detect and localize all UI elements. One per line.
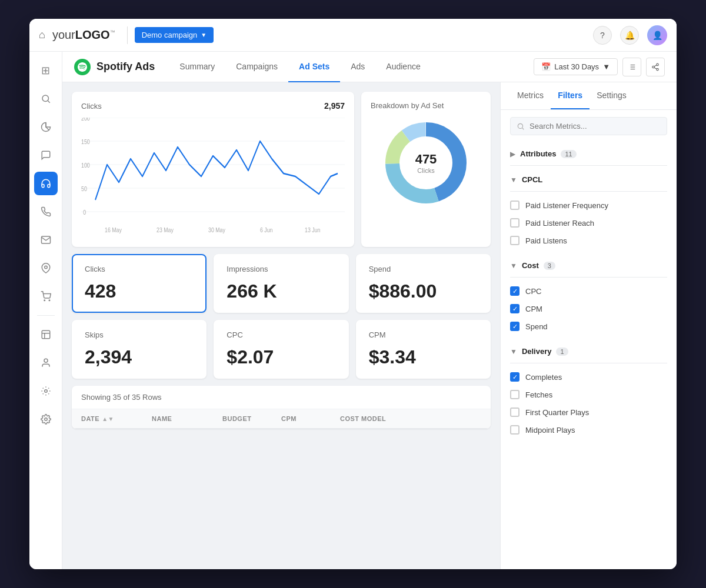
section-title-cpcl: CPCL — [522, 175, 542, 184]
columns-button[interactable] — [622, 58, 641, 76]
panel-tab-metrics[interactable]: Metrics — [510, 82, 551, 109]
sidebar-item-search[interactable] — [34, 87, 58, 111]
checkbox-first-quarter-plays[interactable]: First Quarter Plays — [510, 403, 667, 421]
col-header-costmodel[interactable]: COST MODEL — [340, 415, 481, 422]
content-area: Spotify Ads Summary Campaigns Ad Sets Ad… — [62, 52, 677, 569]
checkbox-input-first-quarter-plays[interactable] — [510, 407, 519, 417]
date-dropdown-icon: ▼ — [602, 62, 610, 71]
sidebar-item-phone[interactable] — [34, 200, 58, 223]
checkbox-spend[interactable]: Spend — [510, 318, 667, 335]
tab-adsets[interactable]: Ad Sets — [288, 52, 340, 82]
sidebar-item-headphones[interactable] — [34, 172, 58, 195]
chevron-down-icon-cpcl: ▼ — [510, 176, 517, 184]
svg-text:150: 150 — [81, 138, 90, 145]
svg-point-10 — [44, 418, 47, 421]
metric-card-spend[interactable]: Spend $886.00 — [356, 254, 491, 313]
checkbox-paid-listener-reach[interactable]: Paid Listener Reach — [510, 214, 667, 232]
sidebar-item-integrations[interactable] — [34, 379, 58, 403]
sidebar-item-reports[interactable] — [34, 323, 58, 346]
section-cpcl[interactable]: ▼ CPCL — [510, 171, 667, 189]
metrics-row-1: Clicks 428 Impressions 266 K Spend $886.… — [72, 254, 491, 313]
metric-card-cpm[interactable]: CPM $3.34 — [356, 320, 491, 379]
metric-label-cpm: CPM — [369, 330, 478, 339]
sidebar-item-analytics[interactable] — [34, 115, 58, 139]
checkbox-label-cpm: CPM — [525, 305, 542, 313]
notifications-button[interactable]: 🔔 — [620, 26, 639, 45]
sidebar-item-users[interactable] — [34, 351, 58, 375]
checkbox-input-completes[interactable] — [510, 372, 519, 382]
help-button[interactable]: ? — [593, 26, 612, 45]
metrics-search-input[interactable] — [530, 122, 661, 131]
nav-actions: 📅 Last 30 Days ▼ — [534, 58, 665, 76]
sidebar-item-email[interactable] — [34, 228, 58, 252]
share-button[interactable] — [646, 58, 665, 76]
col-header-cpm[interactable]: CPM — [281, 415, 340, 422]
section-delivery-left: ▼ Delivery 1 — [510, 347, 568, 356]
section-attributes[interactable]: ▶ Attributes 11 — [510, 145, 667, 163]
sidebar-item-messages[interactable] — [34, 143, 58, 167]
section-title-cost: Cost — [522, 261, 539, 270]
checkbox-cpm[interactable]: CPM — [510, 300, 667, 318]
checkbox-paid-listens[interactable]: Paid Listens — [510, 232, 667, 249]
panel-tab-settings[interactable]: Settings — [590, 82, 634, 109]
panel-tab-filters[interactable]: Filters — [551, 82, 590, 109]
tab-ads[interactable]: Ads — [340, 52, 375, 82]
sidebar-item-settings[interactable] — [34, 407, 58, 431]
metric-card-impressions[interactable]: Impressions 266 K — [214, 254, 348, 313]
checkbox-paid-listener-freq[interactable]: Paid Listener Frequency — [510, 196, 667, 214]
donut-chart-card: Breakdown by Ad Set — [361, 92, 491, 247]
logo-bold: LOGO — [75, 28, 110, 41]
campaign-selector[interactable]: Demo campaign ▼ — [135, 27, 214, 43]
tab-campaigns[interactable]: Campaigns — [225, 52, 288, 82]
col-header-budget[interactable]: BUDGET — [222, 415, 281, 422]
svg-line-21 — [654, 65, 657, 66]
section-title-attributes: Attributes — [520, 149, 556, 158]
home-icon[interactable]: ⌂ — [39, 29, 45, 41]
table-row-count: Showing 35 of 35 Rows — [72, 386, 491, 409]
metric-card-skips[interactable]: Skips 2,394 — [72, 320, 207, 379]
col-header-name[interactable]: NAME — [152, 415, 222, 422]
section-count-attributes: 11 — [561, 150, 576, 158]
checkbox-input-spend[interactable] — [510, 322, 519, 331]
checkbox-input-cpm[interactable] — [510, 304, 519, 313]
chart-header: Clicks 2,957 — [81, 101, 345, 111]
checkbox-fetches[interactable]: Fetches — [510, 386, 667, 403]
date-range-button[interactable]: 📅 Last 30 Days ▼ — [534, 58, 618, 75]
metric-card-cpc[interactable]: CPC $2.07 — [214, 320, 348, 379]
svg-point-0 — [42, 95, 49, 102]
checkbox-midpoint-plays[interactable]: Midpoint Plays — [510, 421, 667, 439]
checkbox-input-midpoint-plays[interactable] — [510, 425, 519, 435]
svg-point-19 — [657, 68, 659, 71]
tab-summary[interactable]: Summary — [169, 52, 225, 82]
checkbox-input-cpc[interactable] — [510, 286, 519, 296]
section-cost[interactable]: ▼ Cost 3 — [510, 256, 667, 275]
logo-tm: ™ — [110, 29, 115, 35]
checkbox-completes[interactable]: Completes — [510, 368, 667, 386]
checkbox-input-paid-listener-reach[interactable] — [510, 218, 519, 228]
right-panel: Metrics Filters Settings — [500, 82, 677, 569]
checkbox-input-fetches[interactable] — [510, 390, 519, 399]
col-header-date[interactable]: DATE ▲▼ — [81, 415, 152, 422]
sidebar-item-dashboard[interactable]: ⊞ — [34, 59, 58, 82]
checkbox-label-spend: Spend — [525, 322, 548, 331]
metrics-search-box[interactable] — [510, 117, 667, 135]
tab-audience[interactable]: Audience — [375, 52, 431, 82]
sidebar-item-cart[interactable] — [34, 285, 58, 308]
section-delivery[interactable]: ▼ Delivery 1 — [510, 342, 667, 360]
sort-icon: ▲▼ — [102, 416, 114, 422]
metric-card-clicks[interactable]: Clicks 428 — [72, 254, 207, 313]
checkbox-label-midpoint-plays: Midpoint Plays — [525, 426, 575, 435]
checkbox-input-paid-listener-freq[interactable] — [510, 201, 519, 210]
checkbox-cpc[interactable]: CPC — [510, 282, 667, 300]
avatar[interactable]: 👤 — [647, 25, 667, 45]
metric-value-cpc: $2.07 — [227, 346, 335, 368]
main-layout: ⊞ — [29, 52, 677, 569]
svg-point-2 — [44, 266, 47, 269]
svg-point-3 — [44, 300, 45, 301]
section-attributes-left: ▶ Attributes 11 — [510, 149, 577, 158]
checkbox-label-first-quarter-plays: First Quarter Plays — [525, 408, 589, 417]
dropdown-arrow-icon: ▼ — [201, 32, 207, 38]
metrics-row-2: Skips 2,394 CPC $2.07 CPM $3.34 — [72, 320, 491, 379]
checkbox-input-paid-listens[interactable] — [510, 236, 519, 245]
sidebar-item-location[interactable] — [34, 256, 58, 280]
